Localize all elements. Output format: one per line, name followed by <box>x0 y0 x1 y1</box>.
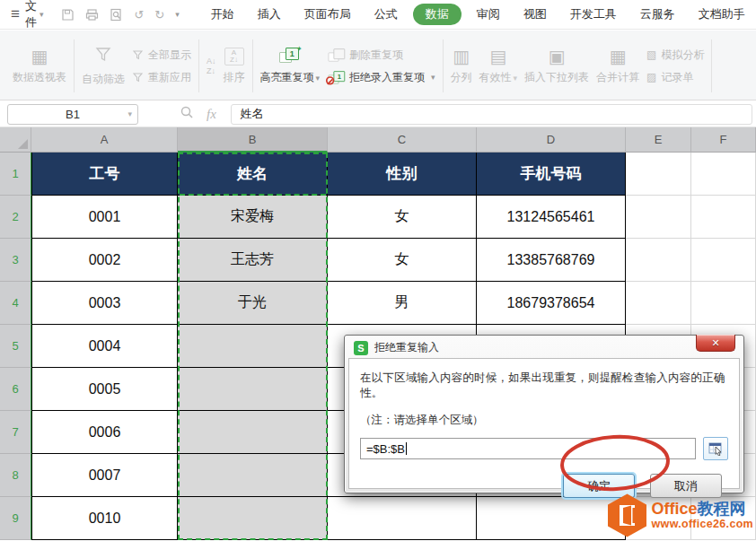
tab-review[interactable]: 审阅 <box>465 3 512 26</box>
range-picker-button[interactable] <box>703 437 728 460</box>
column-header-b[interactable]: B <box>178 127 328 153</box>
tab-insert[interactable]: 插入 <box>246 3 293 26</box>
record-form-button[interactable]: ▨ 记录单 <box>646 70 704 85</box>
column-header-a[interactable]: A <box>31 127 178 153</box>
save-icon[interactable] <box>61 8 75 22</box>
row-header-8[interactable]: 8 <box>0 454 31 497</box>
toolbar-options-chevron-icon[interactable]: ▾ <box>175 10 180 19</box>
redo-icon[interactable]: ↻ <box>154 9 164 21</box>
funnel-reapply-icon <box>132 72 144 83</box>
cell-E3[interactable] <box>626 239 691 282</box>
reapply-button[interactable]: 重新应用 <box>132 70 191 85</box>
cell-D4[interactable]: 18679378654 <box>477 282 626 325</box>
cell-A3[interactable]: 0002 <box>31 239 178 282</box>
cell-A9[interactable]: 0010 <box>31 497 178 540</box>
tab-view[interactable]: 视图 <box>512 3 558 26</box>
auto-filter-button[interactable]: 自动筛选 <box>82 46 125 87</box>
cell-B4[interactable]: 于光 <box>178 282 328 325</box>
cell-C2[interactable]: 女 <box>328 196 477 239</box>
pivot-table-button[interactable]: ▦ 数据透视表 <box>13 48 66 85</box>
delete-duplicates-icon <box>329 48 344 61</box>
formula-input[interactable]: 姓名 <box>231 104 752 125</box>
highlight-duplicates-button[interactable]: ✦ 高亮重复项▾ <box>260 48 321 85</box>
insert-function-icon[interactable]: fx <box>207 107 216 122</box>
cell-B6[interactable] <box>178 368 328 411</box>
cell-C4[interactable]: 男 <box>328 282 477 325</box>
cell-A4[interactable]: 0003 <box>31 282 178 325</box>
undo-icon[interactable]: ↺ <box>134 9 144 21</box>
cell-A6[interactable]: 0005 <box>31 368 178 411</box>
column-header-e[interactable]: E <box>626 127 691 153</box>
row-header-4[interactable]: 4 <box>0 282 31 325</box>
tab-home[interactable]: 开始 <box>199 3 246 26</box>
hamburger-menu-icon[interactable]: ≡ <box>11 5 20 23</box>
select-all-corner[interactable] <box>0 127 31 153</box>
cell-B8[interactable] <box>178 454 328 497</box>
cell-D2[interactable]: 13124565461 <box>477 196 626 239</box>
tab-formulas[interactable]: 公式 <box>363 3 409 26</box>
range-picker-icon <box>708 442 724 456</box>
reject-duplicate-entry-button[interactable]: 拒绝录入重复项 ▾ <box>327 70 435 85</box>
dialog-title-bar[interactable]: S 拒绝重复输入 <box>354 340 439 355</box>
cell-F1[interactable] <box>691 153 756 196</box>
column-header-c[interactable]: C <box>328 127 477 153</box>
delete-duplicates-button[interactable]: 删除重复项 <box>327 48 435 63</box>
column-header-f[interactable]: F <box>691 127 756 153</box>
cell-E1[interactable] <box>626 153 691 196</box>
text-to-columns-button[interactable]: ▥ 分列 <box>451 48 472 85</box>
cell-A5[interactable]: 0004 <box>31 325 178 368</box>
tab-data[interactable]: 数据 <box>413 4 462 25</box>
cell-B1[interactable]: 姓名 <box>178 153 328 196</box>
tab-doc-assistant[interactable]: 文档助手 <box>687 3 756 26</box>
highlight-duplicates-icon: ✦ <box>279 48 301 65</box>
row-header-2[interactable]: 2 <box>0 196 31 239</box>
chevron-down-icon: ▾ <box>316 74 321 83</box>
validation-button[interactable]: ▤ 有效性▾ <box>479 48 518 85</box>
cell-A7[interactable]: 0006 <box>31 411 178 454</box>
row-header-9[interactable]: 9 <box>0 497 31 540</box>
search-icon[interactable] <box>180 105 194 123</box>
what-if-analysis-button[interactable]: ▧ 模拟分析 <box>646 48 704 63</box>
row-header-3[interactable]: 3 <box>0 239 31 282</box>
cell-D1[interactable]: 手机号码 <box>477 153 626 196</box>
print-icon[interactable] <box>85 8 99 22</box>
range-input[interactable]: =$B:$B <box>360 438 696 459</box>
print-preview-icon[interactable] <box>110 8 123 22</box>
cell-B5[interactable] <box>178 325 328 368</box>
watermark-url: www.office26.com <box>652 519 753 531</box>
row-header-1[interactable]: 1 <box>0 153 31 196</box>
row-header-7[interactable]: 7 <box>0 411 31 454</box>
show-all-button[interactable]: 全部显示 <box>132 48 191 63</box>
name-box[interactable]: B1 ▾ <box>7 104 138 125</box>
close-button[interactable]: ✕ <box>696 335 735 352</box>
sort-button[interactable]: AZ↓ 排序 <box>224 48 245 85</box>
row-header-5[interactable]: 5 <box>0 325 31 368</box>
cell-B9[interactable] <box>178 497 328 540</box>
cell-C9[interactable] <box>328 497 477 540</box>
tab-developer[interactable]: 开发工具 <box>558 3 629 26</box>
cell-F2[interactable] <box>691 196 756 239</box>
consolidate-icon: ▦ <box>610 48 627 65</box>
cell-C3[interactable]: 女 <box>328 239 477 282</box>
insert-dropdown-list-button[interactable]: ▣ 插入下拉列表 <box>524 48 589 85</box>
cell-C1[interactable]: 性别 <box>328 153 477 196</box>
cell-B2[interactable]: 宋爱梅 <box>178 196 328 239</box>
cell-D3[interactable]: 13385768769 <box>477 239 626 282</box>
cell-E4[interactable] <box>626 282 691 325</box>
row-header-6[interactable]: 6 <box>0 368 31 411</box>
file-menu[interactable]: 文件 ▾ <box>25 0 44 31</box>
tab-page-layout[interactable]: 页面布局 <box>293 3 363 26</box>
tab-cloud[interactable]: 云服务 <box>629 3 687 26</box>
cell-E2[interactable] <box>626 196 691 239</box>
cell-A1[interactable]: 工号 <box>31 153 178 196</box>
consolidate-button[interactable]: ▦ 合并计算 <box>596 48 639 85</box>
column-header-d[interactable]: D <box>477 127 626 153</box>
cell-F4[interactable] <box>691 282 756 325</box>
cell-A2[interactable]: 0001 <box>31 196 178 239</box>
cell-B7[interactable] <box>178 411 328 454</box>
cell-A8[interactable]: 0007 <box>31 454 178 497</box>
cell-B3[interactable]: 王志芳 <box>178 239 328 282</box>
sort-asc-desc-icons[interactable]: A↓Z↓ <box>207 57 216 75</box>
cell-D9[interactable] <box>477 497 626 540</box>
cell-F3[interactable] <box>691 239 756 282</box>
